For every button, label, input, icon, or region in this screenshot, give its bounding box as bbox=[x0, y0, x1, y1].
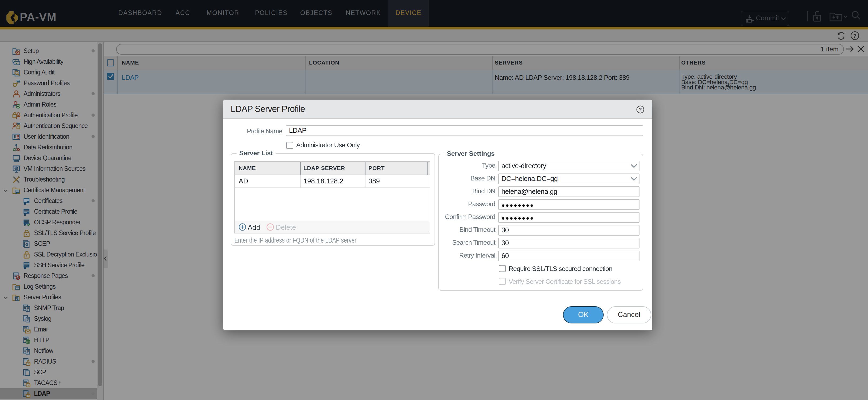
svg-text:?: ? bbox=[639, 107, 642, 112]
